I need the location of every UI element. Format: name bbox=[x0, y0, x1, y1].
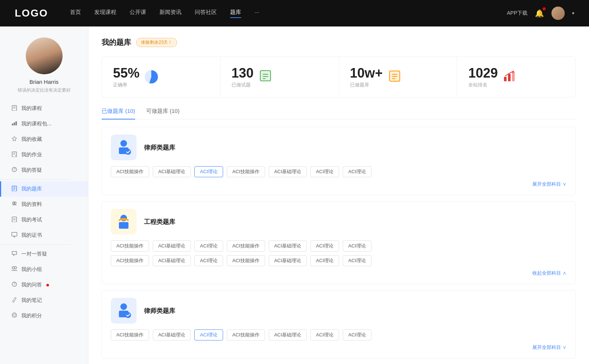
tag-eng-7[interactable]: ACI理论 bbox=[343, 240, 371, 251]
svg-point-17 bbox=[14, 202, 16, 204]
notification-badge bbox=[543, 7, 546, 10]
tag-lawyer2-2[interactable]: ACI基础理论 bbox=[153, 329, 191, 340]
tag-eng-11[interactable]: ACI技能操作 bbox=[227, 255, 265, 266]
stat-done-banks: 10w+ 已做题库 bbox=[339, 57, 458, 97]
tag-eng-14[interactable]: ACI理论 bbox=[343, 255, 371, 266]
tag-eng-6[interactable]: ACI理论 bbox=[310, 240, 339, 251]
tag-eng-3[interactable]: ACI理论 bbox=[194, 240, 223, 251]
svg-point-28 bbox=[12, 313, 17, 317]
tag-eng-13[interactable]: ACI理论 bbox=[310, 255, 339, 266]
collapse-engineer-link[interactable]: 收起全部科目 ∧ bbox=[532, 270, 567, 276]
logo[interactable]: LOGO bbox=[15, 7, 48, 19]
tag-eng-5[interactable]: ACI基础理论 bbox=[269, 240, 307, 251]
sidebar-avatar-image bbox=[26, 38, 63, 74]
sidebar-item-favorites[interactable]: 我的收藏 bbox=[0, 132, 88, 147]
user-dropdown-chevron[interactable]: ▾ bbox=[572, 11, 574, 16]
tab-done-banks[interactable]: 已做题库 (10) bbox=[102, 108, 135, 119]
svg-point-44 bbox=[120, 140, 127, 147]
questions-icon: ? bbox=[11, 167, 18, 174]
sidebar-avatar bbox=[26, 38, 63, 74]
qbank-lawyer-1-title: 律师类题库 bbox=[144, 143, 175, 152]
course-package-icon bbox=[11, 120, 18, 128]
svg-rect-3 bbox=[12, 124, 13, 125]
tab-available-banks[interactable]: 可做题库 (10) bbox=[146, 108, 180, 119]
stat-done-banks-label: 已做题库 bbox=[350, 82, 383, 88]
sidebar-motto: 错误的决定比没有决定要好 bbox=[10, 87, 78, 93]
tag-eng-1[interactable]: ACI技能操作 bbox=[111, 240, 149, 251]
nav-discover[interactable]: 发现课程 bbox=[94, 9, 116, 18]
svg-marker-6 bbox=[12, 136, 17, 141]
tag-lawyer1-6[interactable]: ACI理论 bbox=[310, 166, 339, 177]
tag-lawyer2-6[interactable]: ACI理论 bbox=[310, 329, 339, 340]
sidebar-item-certificates-label: 我的证书 bbox=[21, 232, 42, 239]
tag-eng-8[interactable]: ACI技能操作 bbox=[111, 255, 149, 266]
lawyer-2-icon bbox=[114, 301, 133, 320]
nav-questionbank[interactable]: 题库 bbox=[230, 9, 241, 18]
avatar[interactable] bbox=[551, 7, 565, 20]
stat-done-questions: 130 已做试题 bbox=[221, 57, 339, 97]
tag-lawyer2-3[interactable]: ACI理论 bbox=[194, 329, 223, 340]
qbank-lawyer-2-title: 律师类题库 bbox=[144, 307, 175, 315]
tag-lawyer2-7[interactable]: ACI理论 bbox=[343, 329, 371, 340]
sidebar-item-homework-label: 我的作业 bbox=[21, 151, 42, 158]
tag-eng-4[interactable]: ACI技能操作 bbox=[227, 240, 265, 251]
tag-lawyer1-3[interactable]: ACI理论 bbox=[194, 166, 223, 177]
tag-eng-2[interactable]: ACI基础理论 bbox=[153, 240, 191, 251]
sidebar-item-my-courses[interactable]: 我的课程 bbox=[0, 101, 88, 116]
sidebar-divider-1 bbox=[0, 179, 70, 180]
stat-rank-number: 1029 bbox=[468, 65, 498, 81]
sidebar-item-questionbank[interactable]: 我的题库 bbox=[0, 181, 88, 197]
sidebar-item-course-package[interactable]: 我的课程包... bbox=[0, 116, 88, 132]
sidebar-item-groups[interactable]: 我的小组 bbox=[0, 262, 88, 277]
expand-lawyer-1-link[interactable]: 展开全部科目 ∨ bbox=[532, 181, 567, 188]
nav-more[interactable]: ··· bbox=[254, 9, 259, 18]
sidebar-item-points[interactable]: 我的积分 bbox=[0, 308, 88, 324]
tag-eng-12[interactable]: ACI基础理论 bbox=[269, 255, 307, 266]
tag-lawyer2-4[interactable]: ACI技能操作 bbox=[227, 329, 265, 340]
sidebar-item-questions-label: 我的答疑 bbox=[21, 167, 42, 174]
tag-lawyer1-4[interactable]: ACI技能操作 bbox=[227, 166, 265, 177]
svg-point-29 bbox=[13, 314, 15, 316]
tag-eng-10[interactable]: ACI理论 bbox=[194, 255, 223, 266]
avatar-image bbox=[551, 7, 565, 20]
bell-icon: 🔔 bbox=[535, 9, 544, 17]
app-download-link[interactable]: APP下载 bbox=[507, 10, 528, 17]
svg-rect-40 bbox=[504, 77, 507, 81]
sidebar-item-exams[interactable]: 我的考试 bbox=[0, 212, 88, 228]
qbank-engineer-icon-wrap bbox=[111, 209, 137, 235]
nav-qa[interactable]: 问答社区 bbox=[195, 9, 217, 18]
tag-lawyer1-1[interactable]: ACI技能操作 bbox=[111, 166, 149, 177]
rank-icon bbox=[503, 69, 516, 84]
tag-lawyer2-5[interactable]: ACI基础理论 bbox=[269, 329, 307, 340]
sidebar-item-tutoring[interactable]: 一对一答疑 bbox=[0, 246, 88, 262]
nav-home[interactable]: 首页 bbox=[70, 9, 81, 18]
nav-opencourse[interactable]: 公开课 bbox=[130, 9, 146, 18]
sidebar-item-materials[interactable]: 我的资料 bbox=[0, 197, 88, 212]
sidebar-item-my-questions[interactable]: ? 我的问答 bbox=[0, 277, 88, 293]
sidebar-item-notes[interactable]: 我的笔记 bbox=[0, 293, 88, 308]
tag-lawyer1-5[interactable]: ACI基础理论 bbox=[269, 166, 307, 177]
qbank-lawyer-2-tags: ACI技能操作 ACI基础理论 ACI理论 ACI技能操作 ACI基础理论 AC… bbox=[111, 329, 567, 340]
stat-accuracy-label: 正确率 bbox=[113, 82, 140, 88]
sidebar-item-certificates[interactable]: 我的证书 bbox=[0, 228, 88, 243]
sidebar-username: Brian Harris bbox=[29, 79, 59, 85]
sidebar-item-questions[interactable]: ? 我的答疑 bbox=[0, 163, 88, 178]
tag-eng-9[interactable]: ACI基础理论 bbox=[153, 255, 191, 266]
tag-lawyer1-2[interactable]: ACI基础理论 bbox=[153, 166, 191, 177]
notification-bell[interactable]: 🔔 bbox=[535, 9, 544, 18]
expand-lawyer-2-link[interactable]: 展开全部科目 ∨ bbox=[532, 344, 567, 351]
done-questions-icon bbox=[259, 69, 272, 85]
page-header: 我的题库 体验剩余23天！ bbox=[102, 38, 576, 47]
tag-lawyer1-7[interactable]: ACI理论 bbox=[343, 166, 371, 177]
sidebar-item-questionbank-label: 我的题库 bbox=[21, 186, 42, 192]
nav-news[interactable]: 新闻资讯 bbox=[159, 9, 181, 18]
stat-done-banks-left: 10w+ 已做题库 bbox=[350, 65, 383, 88]
qbank-lawyer-1-tags: ACI技能操作 ACI基础理论 ACI理论 ACI技能操作 ACI基础理论 AC… bbox=[111, 166, 567, 177]
exams-icon bbox=[11, 216, 18, 224]
sidebar-item-homework[interactable]: 我的作业 bbox=[0, 147, 88, 163]
sidebar-item-course-package-label: 我的课程包... bbox=[21, 121, 52, 127]
materials-icon bbox=[11, 201, 18, 208]
tag-lawyer2-1[interactable]: ACI技能操作 bbox=[111, 329, 149, 340]
done-banks-icon bbox=[388, 69, 401, 84]
trial-badge: 体验剩余23天！ bbox=[136, 38, 177, 47]
